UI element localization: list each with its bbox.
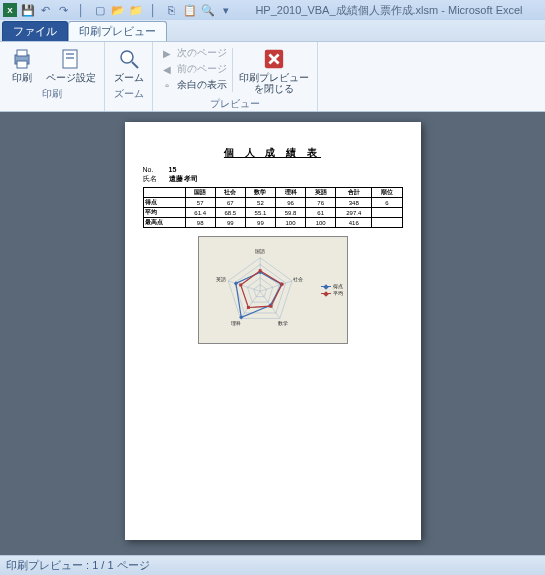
next-page-icon: ▶: [160, 46, 174, 60]
svg-rect-19: [258, 269, 261, 272]
table-cell: 416: [336, 218, 372, 228]
svg-line-7: [132, 62, 138, 68]
open-icon[interactable]: 📂: [110, 3, 125, 18]
status-text: 印刷プレビュー : 1 / 1 ページ: [6, 558, 150, 573]
zoom-button[interactable]: ズーム: [110, 44, 148, 86]
svg-line-12: [240, 291, 260, 318]
table-cell: 297.4: [336, 208, 372, 218]
ribbon: 印刷 ページ設定 印刷 ズーム ズーム ▶: [0, 42, 545, 112]
titlebar: X 💾 ↶ ↷ │ ▢ 📂 📁 │ ⎘ 📋 🔍 ▾ HP_2010_VBA_成績…: [0, 0, 545, 20]
svg-line-10: [260, 281, 292, 291]
table-cell: 55.1: [245, 208, 275, 218]
svg-rect-21: [269, 305, 272, 308]
prev-page-icon: ◀: [160, 62, 174, 76]
preview-workspace[interactable]: 個 人 成 績 表 No. 15 氏名 遠藤 孝司 国語社会数学理科英語合計順位…: [0, 112, 545, 555]
ribbon-group-label: 印刷: [4, 86, 100, 101]
save-icon[interactable]: 💾: [20, 3, 35, 18]
table-row-header: 最高点: [143, 218, 185, 228]
table-cell: 98: [185, 218, 215, 228]
doc-title: 個 人 成 績 表: [143, 146, 403, 160]
excel-app-icon: X: [3, 3, 17, 17]
close-preview-button[interactable]: 印刷プレビューを閉じる: [235, 44, 313, 96]
table-row: 最高点989999100100416: [143, 218, 402, 228]
svg-rect-20: [280, 283, 283, 286]
svg-point-6: [121, 51, 133, 63]
prev-page-button: ◀ 前のページ: [157, 61, 230, 77]
close-icon: [261, 46, 287, 72]
folder-icon[interactable]: 📁: [128, 3, 143, 18]
copy-icon[interactable]: ⎘: [164, 3, 179, 18]
doc-meta-no: No. 15: [143, 166, 403, 173]
redo-icon[interactable]: ↷: [56, 3, 71, 18]
svg-rect-5: [66, 57, 74, 59]
table-cell: 52: [245, 198, 275, 208]
chart-axis-label: 理科: [231, 320, 241, 326]
new-icon[interactable]: ▢: [92, 3, 107, 18]
svg-rect-4: [66, 53, 74, 55]
qat-dropdown-icon[interactable]: ▾: [218, 3, 233, 18]
svg-rect-22: [246, 306, 249, 309]
printer-icon: [9, 46, 35, 72]
page-setup-icon: [58, 46, 84, 72]
legend-item: 得点: [321, 283, 343, 290]
svg-rect-2: [17, 61, 27, 68]
table-col-header: 国語: [185, 188, 215, 198]
table-col-header: 合計: [336, 188, 372, 198]
table-row-header: 平均: [143, 208, 185, 218]
table-col-header: 理科: [275, 188, 305, 198]
window-title: HP_2010_VBA_成績個人票作成.xlsm - Microsoft Exc…: [236, 3, 542, 18]
tab-file[interactable]: ファイル: [2, 21, 68, 41]
table-col-header: 英語: [306, 188, 336, 198]
table-header-row: 国語社会数学理科英語合計順位: [143, 188, 402, 198]
chart-axis-label: 社会: [293, 276, 303, 282]
table-col-header: [143, 188, 185, 198]
table-col-header: 社会: [215, 188, 245, 198]
table-cell: 96: [275, 198, 305, 208]
ribbon-group-label: ズーム: [109, 86, 148, 101]
table-cell: [372, 208, 402, 218]
preview-page: 個 人 成 績 表 No. 15 氏名 遠藤 孝司 国語社会数学理科英語合計順位…: [125, 122, 421, 540]
statusbar: 印刷プレビュー : 1 / 1 ページ: [0, 555, 545, 575]
table-row: 得点57675296763486: [143, 198, 402, 208]
show-margins-toggle[interactable]: ▫ 余白の表示: [157, 77, 230, 93]
table-cell: 61.4: [185, 208, 215, 218]
chart-axis-label: 国語: [255, 248, 265, 254]
legend-item: 平均: [321, 290, 343, 297]
table-cell: 99: [245, 218, 275, 228]
doc-meta-name: 氏名 遠藤 孝司: [143, 174, 403, 184]
table-cell: 100: [275, 218, 305, 228]
ribbon-group-preview: ▶ 次のページ ◀ 前のページ ▫ 余白の表示 印刷プレビューを閉じる: [153, 42, 318, 111]
table-col-header: 数学: [245, 188, 275, 198]
paste-icon[interactable]: 📋: [182, 3, 197, 18]
table-cell: 68.5: [215, 208, 245, 218]
table-cell: 61: [306, 208, 336, 218]
tab-print-preview[interactable]: 印刷プレビュー: [68, 21, 167, 41]
table-row-header: 得点: [143, 198, 185, 208]
table-cell: 59.8: [275, 208, 305, 218]
next-page-button: ▶ 次のページ: [157, 45, 230, 61]
chart-axis-label: 英語: [216, 276, 226, 282]
margins-icon: ▫: [160, 78, 174, 92]
preview-icon[interactable]: 🔍: [200, 3, 215, 18]
table-cell: 67: [215, 198, 245, 208]
ribbon-group-zoom: ズーム ズーム: [105, 42, 153, 111]
magnifier-icon: [116, 46, 142, 72]
table-cell: 76: [306, 198, 336, 208]
radar-chart: 国語社会数学理科英語 得点平均: [198, 236, 348, 344]
chart-legend: 得点平均: [321, 283, 343, 297]
sep-icon: │: [146, 3, 161, 18]
svg-rect-1: [17, 50, 27, 56]
print-button[interactable]: 印刷: [4, 44, 40, 86]
table-cell: [372, 218, 402, 228]
table-cell: 348: [336, 198, 372, 208]
svg-rect-23: [239, 283, 242, 286]
ribbon-group-label: プレビュー: [157, 96, 313, 111]
svg-rect-18: [233, 281, 237, 285]
chart-axis-label: 数学: [278, 320, 288, 326]
table-cell: 99: [215, 218, 245, 228]
page-setup-button[interactable]: ページ設定: [42, 44, 100, 86]
ribbon-group-print: 印刷 ページ設定 印刷: [0, 42, 105, 111]
undo-icon[interactable]: ↶: [38, 3, 53, 18]
table-row: 平均61.468.555.159.861297.4: [143, 208, 402, 218]
table-cell: 6: [372, 198, 402, 208]
